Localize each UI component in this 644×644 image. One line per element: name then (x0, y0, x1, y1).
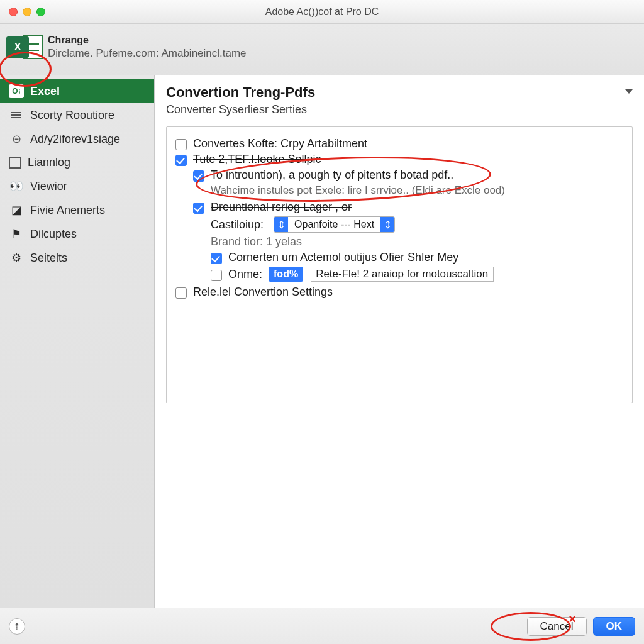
option-intrountion[interactable]: To intrountion), a pough ty of pitents f… (193, 169, 623, 182)
option-label: Onme: (228, 268, 262, 281)
close-window-icon[interactable] (9, 8, 18, 16)
window-icon (9, 157, 21, 169)
toggle-icon: ⊝ (9, 132, 24, 146)
checkbox-icon[interactable] (193, 203, 204, 214)
sidebar-item-dilcuptes[interactable]: ⚑ Dilcuptes (0, 222, 154, 246)
option-label: Rele.lel Convertion Settings (193, 286, 333, 299)
chevron-down-icon[interactable] (625, 89, 633, 94)
chevron-up-down-icon: ⇕ (274, 217, 288, 232)
sidebar-item-excel[interactable]: O⁝ Excel (0, 79, 154, 103)
sidebar-item-adly[interactable]: ⊝ Ad/y2iforev1siage (0, 127, 154, 151)
document-header: X Chrange Dirclame. Pufeme.com: Amabinei… (0, 24, 644, 75)
checkbox-icon[interactable] (193, 170, 204, 182)
checkbox-icon[interactable] (175, 287, 187, 299)
option-onme[interactable]: Onme: fod% Rete-Fle! 2 anaiop for motous… (211, 267, 623, 282)
option-label: Convertes Kofte: Crpy Artabiltment (193, 137, 367, 150)
badge-after-text: Rete-Fle! 2 anaiop for motouscaltion (311, 267, 494, 282)
minimize-window-icon[interactable] (23, 8, 31, 16)
field-label: Castiloiup: (211, 218, 264, 231)
header-subtitle: Dirclame. Pufeme.com: Amabineincl.tame (48, 47, 247, 60)
sidebar-item-label: Liannlog (28, 156, 70, 169)
help-button[interactable]: ⇡ (9, 618, 25, 635)
ok-button[interactable]: OK (593, 617, 636, 636)
checkbox-icon[interactable] (211, 270, 222, 281)
option-label: Cornerten um Actemol outijus Ofier Shler… (228, 251, 458, 264)
option-label: Dreuntional rsriog Lager , or (211, 201, 352, 214)
options-panel: Convertes Kofte: Crpy Artabiltment Tute … (166, 126, 633, 403)
zoom-window-icon[interactable] (36, 8, 45, 16)
settings-icon: ⚙ (9, 251, 24, 265)
cancel-button[interactable]: Cancel (527, 617, 587, 636)
option-note: Wahcime instules pot Exele: lire I srrvi… (211, 184, 623, 197)
document-lines-icon (9, 108, 24, 122)
option-dreuntional[interactable]: Dreuntional rsriog Lager , or (193, 201, 623, 214)
option-converteskofte[interactable]: Convertes Kofte: Crpy Artabiltment (175, 137, 623, 150)
sidebar-item-label: Fivie Anemerts (30, 204, 105, 217)
button-label: OK (606, 620, 623, 633)
sidebar-item-label: Scorty Rooutiore (30, 109, 114, 122)
option-tute2[interactable]: Tute 2,TEF.I.looke Sollpic (175, 153, 623, 166)
option-cornerten[interactable]: Cornerten um Actemol outijus Ofier Shler… (211, 251, 623, 264)
attachments-icon: ◪ (9, 203, 24, 217)
chevron-up-down-icon: ⇕ (380, 217, 394, 232)
sidebar-item-label: Seitelts (30, 252, 67, 265)
checkbox-icon[interactable] (211, 253, 222, 264)
flag-icon: ⚑ (9, 227, 24, 241)
sidebar-item-label: Excel (30, 85, 60, 98)
castiloiup-select[interactable]: ⇕ Opanfoite --- Hext ⇕ (274, 216, 395, 233)
option-label: Tute 2,TEF.I.looke Sollpic (193, 153, 321, 166)
sidebar: O⁝ Excel Scorty Rooutiore ⊝ Ad/y2iforev1… (0, 75, 155, 608)
window-title: Adobe Ac())cof at Pro DC (265, 6, 379, 18)
sidebar-item-label: Viewior (30, 180, 67, 193)
select-value: Opanfoite --- Hext (288, 217, 380, 232)
sidebar-item-label: Dilcuptes (30, 228, 77, 241)
content-pane: Convertion Treng-Pdfs Converter Syserlie… (155, 75, 644, 608)
info-icon: ⇡ (13, 621, 21, 631)
page-title: Convertion Treng-Pdfs (166, 84, 315, 101)
checkbox-icon[interactable] (175, 139, 187, 150)
percent-badge: fod% (269, 267, 303, 282)
sidebar-item-scorty[interactable]: Scorty Rooutiore (0, 103, 154, 127)
window-titlebar: Adobe Ac())cof at Pro DC (0, 0, 644, 24)
sidebar-item-viewior[interactable]: 👀 Viewior (0, 174, 154, 198)
brand-tior-label: Brand tior: 1 yelas (211, 235, 623, 248)
option-relelel[interactable]: Rele.lel Convertion Settings (175, 286, 623, 299)
sidebar-item-fivie[interactable]: ◪ Fivie Anemerts (0, 198, 154, 222)
excel-app-icon: X (6, 33, 43, 62)
sidebar-item-seitelts[interactable]: ⚙ Seitelts (0, 246, 154, 270)
header-title: Chrange (48, 35, 247, 46)
option-label: To intrountion), a pough ty of pitents f… (211, 169, 453, 182)
dialog-footer: ⇡ Cancel OK × (0, 608, 644, 644)
field-castiloiup: Castiloiup: ⇕ Opanfoite --- Hext ⇕ (211, 216, 623, 233)
sidebar-item-label: Ad/y2iforev1siage (30, 133, 120, 146)
traffic-lights (0, 8, 45, 16)
checkbox-icon[interactable] (175, 155, 187, 166)
annotation-x-mark: × (569, 612, 576, 626)
static-text: Brand tior: 1 yelas (211, 235, 302, 248)
sidebar-item-liannlog[interactable]: Liannlog (0, 151, 154, 174)
page-subtitle: Converter Syserliesr Serties (166, 103, 315, 116)
view-icon: 👀 (9, 179, 24, 193)
excel-icon: O⁝ (9, 84, 24, 98)
